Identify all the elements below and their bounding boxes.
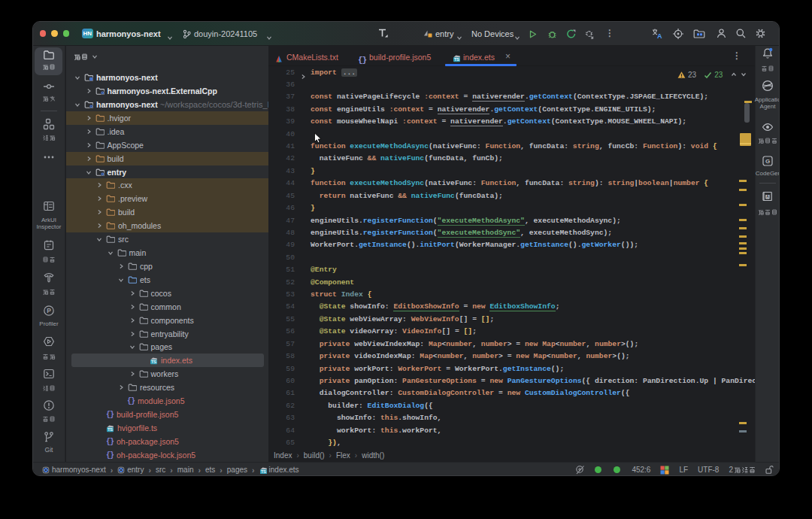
- svg-text:TS: TS: [454, 57, 459, 62]
- svg-text:TS: TS: [108, 427, 113, 432]
- svg-text:P: P: [47, 307, 51, 314]
- svg-text:G: G: [765, 158, 770, 165]
- svg-text:TS: TS: [151, 360, 156, 364]
- svg-text:A: A: [657, 32, 662, 40]
- svg-text:TS: TS: [261, 469, 266, 474]
